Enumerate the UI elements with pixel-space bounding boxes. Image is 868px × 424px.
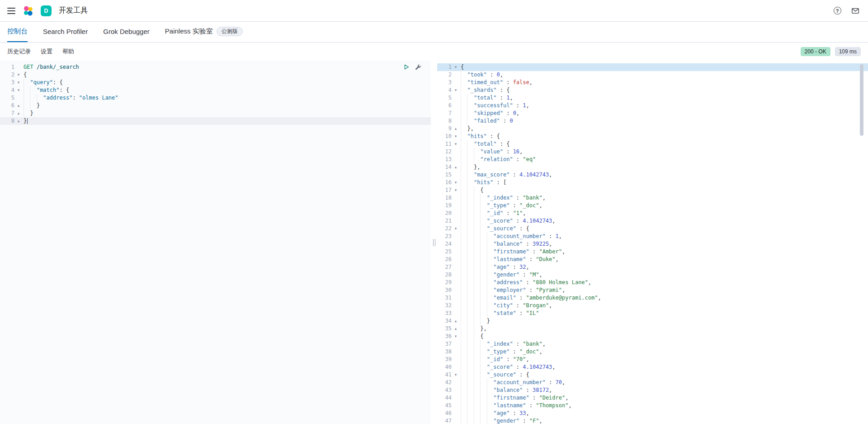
fold-toggle-icon[interactable]: ▾ xyxy=(452,186,460,194)
code-text[interactable]: "successful" : 1, xyxy=(460,102,868,110)
code-line[interactable]: 38 "_type" : "_doc", xyxy=(437,348,868,356)
elastic-logo-icon[interactable] xyxy=(23,5,33,16)
panel-resizer[interactable] xyxy=(431,61,437,424)
code-line[interactable]: 40 "_score" : 4.1042743, xyxy=(437,363,868,371)
code-line[interactable]: 3▾ "query": { xyxy=(0,79,431,86)
code-line[interactable]: 4▾ "_shards" : { xyxy=(437,86,868,94)
newsfeed-mail-icon[interactable] xyxy=(850,5,861,16)
code-text[interactable]: "relation" : "eq" xyxy=(460,156,868,163)
request-editor[interactable]: 1GET /bank/_search2▾{3▾ "query": {4▾ "ma… xyxy=(0,61,431,424)
fold-toggle-icon[interactable]: ▾ xyxy=(14,79,23,86)
code-line[interactable]: 22▾ "_source" : { xyxy=(437,225,868,233)
code-line[interactable]: 1▾{ xyxy=(437,63,868,71)
code-line[interactable]: 47 "gender" : "F", xyxy=(437,417,868,424)
code-line[interactable]: 28 "gender" : "M", xyxy=(437,271,868,279)
code-line[interactable]: 15 "max_score" : 4.1042743, xyxy=(437,171,868,179)
fold-toggle-icon[interactable]: ▴ xyxy=(452,317,460,325)
fold-toggle-icon[interactable]: ▾ xyxy=(452,140,460,148)
tab-grok-debugger[interactable]: Grok Debugger xyxy=(103,22,150,42)
code-text[interactable]: "gender" : "F", xyxy=(460,417,868,424)
code-text[interactable]: { xyxy=(460,63,868,71)
code-text[interactable]: } xyxy=(23,110,431,117)
code-text[interactable]: { xyxy=(460,333,868,340)
code-line[interactable]: 26 "lastname" : "Duke", xyxy=(437,256,868,263)
tab-painless-lab[interactable]: Painless 实验室公测版 xyxy=(165,22,243,42)
code-text[interactable]: "hits" : [ xyxy=(460,179,868,186)
fold-toggle-icon[interactable]: ▾ xyxy=(452,133,460,140)
code-line[interactable]: 25 "firstname" : "Amber", xyxy=(437,248,868,256)
fold-toggle-icon[interactable]: ▾ xyxy=(452,179,460,186)
code-line[interactable]: 5 "total" : 1, xyxy=(437,94,868,102)
code-text[interactable]: "timed_out" : false, xyxy=(460,79,868,86)
code-text[interactable]: "_score" : 4.1042743, xyxy=(460,363,868,371)
fold-toggle-icon[interactable]: ▾ xyxy=(452,333,460,340)
code-text[interactable]: "state" : "IL" xyxy=(460,310,868,317)
code-text[interactable]: "account_number" : 70, xyxy=(460,379,868,386)
code-text[interactable]: "total" : { xyxy=(460,140,868,148)
code-text[interactable]: "failed" : 0 xyxy=(460,117,868,125)
code-text[interactable]: }, xyxy=(460,325,868,333)
code-line[interactable]: 45 "lastname" : "Thompson", xyxy=(437,402,868,410)
fold-toggle-icon[interactable]: ▾ xyxy=(452,63,460,71)
history-button[interactable]: 历史记录 xyxy=(7,48,31,56)
code-text[interactable]: "balance" : 39225, xyxy=(460,240,868,248)
code-text[interactable]: "address": "olmes Lane" xyxy=(23,94,431,102)
code-line[interactable]: 43 "balance" : 38172, xyxy=(437,386,868,394)
code-line[interactable]: 1GET /bank/_search xyxy=(0,63,431,71)
code-text[interactable]: "firstname" : "Deidre", xyxy=(460,394,868,402)
code-text[interactable]: "_type" : "_doc", xyxy=(460,202,868,210)
help-button[interactable]: 帮助 xyxy=(62,48,74,56)
code-line[interactable]: 10▾ "hits" : { xyxy=(437,133,868,140)
code-line[interactable]: 6 "successful" : 1, xyxy=(437,102,868,110)
code-text[interactable]: } xyxy=(23,117,431,125)
help-icon[interactable]: ? xyxy=(832,5,843,16)
code-line[interactable]: 20 "_id" : "1", xyxy=(437,210,868,217)
code-line[interactable]: 42 "account_number" : 70, xyxy=(437,379,868,386)
code-text[interactable]: "_source" : { xyxy=(460,371,868,379)
code-text[interactable]: "_type" : "_doc", xyxy=(460,348,868,356)
code-text[interactable]: "lastname" : "Thompson", xyxy=(460,402,868,410)
code-line[interactable]: 44 "firstname" : "Deidre", xyxy=(437,394,868,402)
code-line[interactable]: 33 "state" : "IL" xyxy=(437,310,868,317)
code-line[interactable]: 2 "took" : 0, xyxy=(437,71,868,79)
code-text[interactable]: { xyxy=(23,71,431,79)
code-line[interactable]: 6▴ } xyxy=(0,102,431,110)
code-line[interactable]: 27 "age" : 32, xyxy=(437,263,868,271)
code-line[interactable]: 7 "skipped" : 0, xyxy=(437,110,868,117)
code-line[interactable]: 13 "relation" : "eq" xyxy=(437,156,868,163)
code-line[interactable]: 32 "city" : "Brogan", xyxy=(437,302,868,310)
code-text[interactable]: "firstname" : "Amber", xyxy=(460,248,868,256)
code-line[interactable]: 24 "balance" : 39225, xyxy=(437,240,868,248)
code-text[interactable]: "age" : 32, xyxy=(460,263,868,271)
code-text[interactable]: "city" : "Brogan", xyxy=(460,302,868,310)
code-text[interactable]: "_id" : "1", xyxy=(460,210,868,217)
code-line[interactable]: 4▾ "match": { xyxy=(0,86,431,94)
code-line[interactable]: 36▾ { xyxy=(437,333,868,340)
code-text[interactable]: "gender" : "M", xyxy=(460,271,868,279)
fold-toggle-icon[interactable]: ▾ xyxy=(14,86,23,94)
code-text[interactable]: "max_score" : 4.1042743, xyxy=(460,171,868,179)
tab-search-profiler[interactable]: Search Profiler xyxy=(43,22,88,42)
fold-toggle-icon[interactable]: ▴ xyxy=(452,325,460,333)
code-line[interactable]: 14▴ }, xyxy=(437,163,868,171)
code-line[interactable]: 31 "email" : "amberduke@pyrami.com", xyxy=(437,294,868,302)
fold-toggle-icon[interactable]: ▴ xyxy=(452,125,460,133)
fold-toggle-icon[interactable]: ▴ xyxy=(14,110,23,117)
fold-toggle-icon[interactable]: ▾ xyxy=(452,86,460,94)
code-text[interactable]: "address" : "880 Holmes Lane", xyxy=(460,279,868,286)
code-line[interactable]: 41▾ "_source" : { xyxy=(437,371,868,379)
code-text[interactable]: }, xyxy=(460,163,868,171)
code-line[interactable]: 3 "timed_out" : false, xyxy=(437,79,868,86)
code-line[interactable]: 35▴ }, xyxy=(437,325,868,333)
code-line[interactable]: 8 "failed" : 0 xyxy=(437,117,868,125)
wrench-icon[interactable] xyxy=(415,63,422,71)
code-text[interactable]: "_id" : "70", xyxy=(460,356,868,363)
code-text[interactable]: "account_number" : 1, xyxy=(460,233,868,240)
code-text[interactable]: }, xyxy=(460,125,868,133)
code-text[interactable]: "_index" : "bank", xyxy=(460,194,868,202)
fold-toggle-icon[interactable]: ▾ xyxy=(14,71,23,79)
fold-toggle-icon[interactable]: ▴ xyxy=(14,117,23,125)
code-text[interactable]: "lastname" : "Duke", xyxy=(460,256,868,263)
code-line[interactable]: 29 "address" : "880 Holmes Lane", xyxy=(437,279,868,286)
fold-toggle-icon[interactable]: ▴ xyxy=(452,163,460,171)
